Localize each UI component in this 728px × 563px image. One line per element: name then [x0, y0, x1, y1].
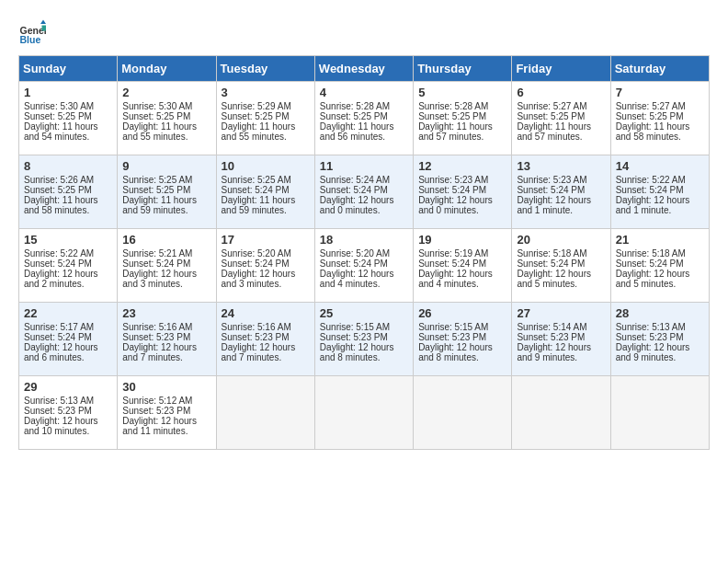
sunrise-text: Sunrise: 5:18 AM — [517, 248, 586, 259]
calendar-week-row: 29 Sunrise: 5:13 AM Sunset: 5:23 PM Dayl… — [19, 376, 710, 450]
sunrise-text: Sunrise: 5:17 AM — [24, 322, 94, 332]
daylight-text: Daylight: 12 hours and 11 minutes. — [122, 416, 197, 436]
sunrise-text: Sunrise: 5:12 AM — [122, 396, 192, 406]
sunrise-text: Sunrise: 5:27 AM — [517, 101, 586, 111]
calendar-cell — [216, 376, 314, 450]
sunrise-text: Sunrise: 5:24 AM — [320, 175, 390, 185]
calendar-cell: 19 Sunrise: 5:19 AM Sunset: 5:24 PM Dayl… — [414, 229, 512, 303]
day-number: 5 — [418, 86, 506, 99]
calendar-cell: 13 Sunrise: 5:23 AM Sunset: 5:24 PM Dayl… — [512, 155, 610, 229]
daylight-text: Daylight: 11 hours and 58 minutes. — [616, 121, 690, 142]
calendar-cell: 11 Sunrise: 5:24 AM Sunset: 5:24 PM Dayl… — [314, 155, 413, 229]
calendar-cell: 14 Sunrise: 5:22 AM Sunset: 5:24 PM Dayl… — [610, 155, 709, 229]
calendar-cell: 2 Sunrise: 5:30 AM Sunset: 5:25 PM Dayli… — [118, 82, 216, 155]
sunrise-text: Sunrise: 5:20 AM — [222, 248, 291, 259]
calendar-cell: 26 Sunrise: 5:15 AM Sunset: 5:23 PM Dayl… — [414, 303, 512, 376]
calendar-cell: 12 Sunrise: 5:23 AM Sunset: 5:24 PM Dayl… — [414, 155, 512, 229]
sunset-text: Sunset: 5:24 PM — [24, 259, 92, 269]
page-header: General Blue — [18, 18, 710, 46]
calendar-cell: 6 Sunrise: 5:27 AM Sunset: 5:25 PM Dayli… — [512, 82, 610, 155]
daylight-text: Daylight: 12 hours and 1 minute. — [517, 195, 591, 215]
daylight-text: Daylight: 12 hours and 4 minutes. — [418, 269, 493, 289]
calendar-cell: 8 Sunrise: 5:26 AM Sunset: 5:25 PM Dayli… — [19, 155, 118, 229]
calendar-cell — [610, 376, 709, 450]
day-number: 18 — [320, 233, 408, 247]
sunrise-text: Sunrise: 5:19 AM — [418, 248, 488, 259]
day-number: 25 — [320, 306, 408, 320]
daylight-text: Daylight: 12 hours and 9 minutes. — [517, 342, 591, 362]
daylight-text: Daylight: 11 hours and 55 minutes. — [222, 121, 296, 142]
svg-text:Blue: Blue — [20, 34, 41, 45]
header-wednesday: Wednesday — [314, 56, 413, 82]
daylight-text: Daylight: 11 hours and 55 minutes. — [122, 121, 197, 142]
sunrise-text: Sunrise: 5:16 AM — [122, 322, 192, 332]
calendar-cell: 7 Sunrise: 5:27 AM Sunset: 5:25 PM Dayli… — [610, 82, 709, 155]
calendar-cell — [314, 376, 413, 450]
sunset-text: Sunset: 5:25 PM — [418, 111, 486, 121]
sunrise-text: Sunrise: 5:15 AM — [320, 322, 390, 332]
day-number: 20 — [517, 233, 605, 247]
sunset-text: Sunset: 5:23 PM — [122, 332, 190, 342]
daylight-text: Daylight: 11 hours and 59 minutes. — [122, 195, 197, 215]
calendar-cell: 25 Sunrise: 5:15 AM Sunset: 5:23 PM Dayl… — [314, 303, 413, 376]
day-number: 9 — [122, 159, 210, 173]
day-number: 17 — [222, 233, 310, 247]
sunset-text: Sunset: 5:24 PM — [24, 332, 92, 342]
day-number: 21 — [616, 233, 704, 247]
logo: General Blue — [18, 18, 51, 46]
calendar-cell: 5 Sunrise: 5:28 AM Sunset: 5:25 PM Dayli… — [414, 82, 512, 155]
calendar-week-row: 22 Sunrise: 5:17 AM Sunset: 5:24 PM Dayl… — [19, 303, 710, 376]
calendar-cell: 10 Sunrise: 5:25 AM Sunset: 5:24 PM Dayl… — [216, 155, 314, 229]
calendar-cell: 1 Sunrise: 5:30 AM Sunset: 5:25 PM Dayli… — [19, 82, 118, 155]
calendar-cell: 4 Sunrise: 5:28 AM Sunset: 5:25 PM Dayli… — [314, 82, 413, 155]
sunset-text: Sunset: 5:24 PM — [418, 259, 486, 269]
day-number: 27 — [517, 306, 605, 320]
sunset-text: Sunset: 5:25 PM — [122, 111, 190, 121]
sunset-text: Sunset: 5:24 PM — [517, 259, 585, 269]
sunrise-text: Sunrise: 5:30 AM — [122, 101, 192, 111]
calendar-cell: 15 Sunrise: 5:22 AM Sunset: 5:24 PM Dayl… — [19, 229, 118, 303]
sunset-text: Sunset: 5:23 PM — [616, 332, 684, 342]
day-number: 12 — [418, 159, 506, 173]
calendar-cell — [414, 376, 512, 450]
calendar-cell: 23 Sunrise: 5:16 AM Sunset: 5:23 PM Dayl… — [118, 303, 216, 376]
day-number: 7 — [616, 86, 704, 99]
sunrise-text: Sunrise: 5:13 AM — [24, 396, 94, 406]
day-number: 30 — [122, 380, 210, 394]
sunrise-text: Sunrise: 5:23 AM — [517, 175, 586, 185]
sunset-text: Sunset: 5:23 PM — [320, 332, 388, 342]
day-number: 24 — [222, 306, 310, 320]
calendar-header-row: Sunday Monday Tuesday Wednesday Thursday… — [19, 56, 710, 82]
daylight-text: Daylight: 12 hours and 3 minutes. — [222, 269, 296, 289]
logo-icon: General Blue — [18, 18, 46, 46]
sunset-text: Sunset: 5:25 PM — [122, 185, 190, 195]
calendar-cell: 17 Sunrise: 5:20 AM Sunset: 5:24 PM Dayl… — [216, 229, 314, 303]
daylight-text: Daylight: 12 hours and 9 minutes. — [616, 342, 690, 362]
day-number: 1 — [24, 86, 112, 99]
header-monday: Monday — [118, 56, 216, 82]
calendar-cell: 28 Sunrise: 5:13 AM Sunset: 5:23 PM Dayl… — [610, 303, 709, 376]
daylight-text: Daylight: 12 hours and 6 minutes. — [24, 342, 98, 362]
daylight-text: Daylight: 12 hours and 1 minute. — [616, 195, 690, 215]
day-number: 10 — [222, 159, 310, 173]
daylight-text: Daylight: 12 hours and 2 minutes. — [24, 269, 98, 289]
sunset-text: Sunset: 5:24 PM — [222, 259, 290, 269]
calendar-table: Sunday Monday Tuesday Wednesday Thursday… — [18, 55, 710, 450]
day-number: 26 — [418, 306, 506, 320]
sunset-text: Sunset: 5:25 PM — [222, 111, 290, 121]
sunset-text: Sunset: 5:24 PM — [222, 185, 290, 195]
calendar-cell: 3 Sunrise: 5:29 AM Sunset: 5:25 PM Dayli… — [216, 82, 314, 155]
svg-marker-3 — [42, 26, 47, 31]
calendar-week-row: 1 Sunrise: 5:30 AM Sunset: 5:25 PM Dayli… — [19, 82, 710, 155]
calendar-week-row: 15 Sunrise: 5:22 AM Sunset: 5:24 PM Dayl… — [19, 229, 710, 303]
sunset-text: Sunset: 5:23 PM — [222, 332, 290, 342]
day-number: 29 — [24, 380, 112, 394]
sunset-text: Sunset: 5:24 PM — [122, 259, 190, 269]
sunset-text: Sunset: 5:23 PM — [517, 332, 585, 342]
daylight-text: Daylight: 11 hours and 58 minutes. — [24, 195, 98, 215]
day-number: 15 — [24, 233, 112, 247]
calendar-cell: 18 Sunrise: 5:20 AM Sunset: 5:24 PM Dayl… — [314, 229, 413, 303]
sunrise-text: Sunrise: 5:15 AM — [418, 322, 488, 332]
daylight-text: Daylight: 12 hours and 4 minutes. — [320, 269, 394, 289]
sunrise-text: Sunrise: 5:25 AM — [222, 175, 291, 185]
